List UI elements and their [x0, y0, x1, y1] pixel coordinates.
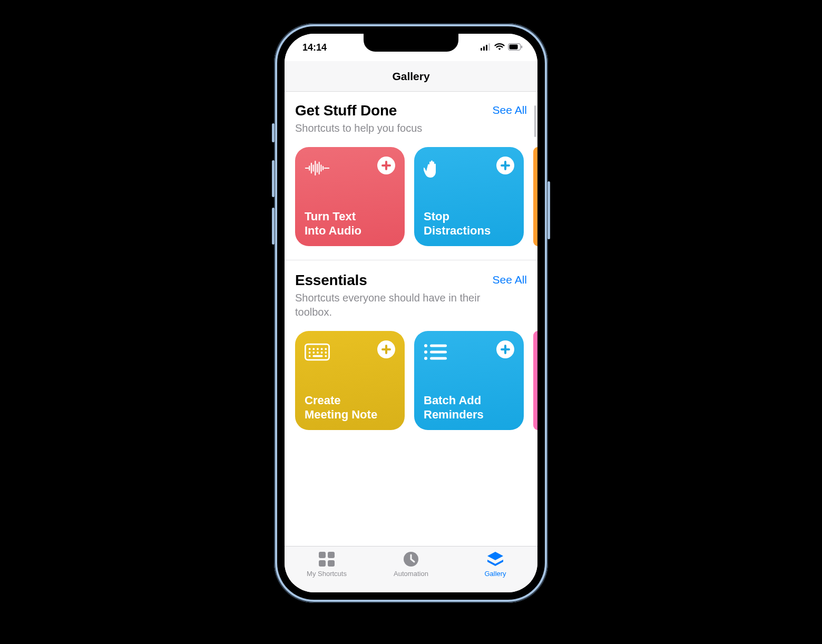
tab-automation[interactable]: Automation [369, 551, 453, 578]
card-row[interactable]: Turn Text Into Audio [295, 147, 527, 246]
cellular-icon [481, 42, 491, 53]
shortcut-card-stop-distractions[interactable]: Stop Distractions [414, 147, 524, 246]
svg-point-20 [325, 355, 327, 357]
clock-icon [402, 551, 420, 568]
see-all-link[interactable]: See All [493, 104, 527, 116]
section-subtitle: Shortcuts everyone should have in their … [295, 291, 486, 319]
svg-rect-3 [488, 43, 490, 51]
shortcut-card-label: Stop Distractions [424, 210, 514, 238]
section-title: Get Stuff Done [295, 102, 422, 119]
tab-bar: My Shortcuts Automation [285, 546, 537, 592]
svg-point-23 [424, 350, 427, 354]
svg-point-15 [317, 352, 319, 354]
device-notch [364, 34, 458, 52]
stack-icon [486, 551, 504, 568]
svg-point-14 [312, 352, 315, 354]
svg-point-13 [309, 352, 311, 354]
shortcut-card-label: Turn Text Into Audio [305, 210, 395, 238]
nav-header: Gallery [285, 61, 537, 92]
svg-rect-5 [510, 44, 518, 49]
keyboard-icon [305, 340, 330, 364]
power-button[interactable] [547, 181, 550, 239]
add-shortcut-button[interactable] [377, 340, 395, 358]
section-title: Essentials [295, 272, 486, 289]
scroll-indicator [534, 105, 536, 137]
see-all-link[interactable]: See All [493, 274, 527, 286]
svg-rect-24 [430, 351, 447, 354]
svg-point-9 [312, 348, 315, 350]
shortcut-card-turn-text-into-audio[interactable]: Turn Text Into Audio [295, 147, 405, 246]
svg-rect-26 [430, 357, 447, 360]
svg-rect-1 [483, 46, 485, 51]
shortcut-card-create-meeting-note[interactable]: Create Meeting Note [295, 331, 405, 430]
wifi-icon [494, 42, 505, 53]
volume-down-button[interactable] [272, 208, 275, 245]
list-icon [424, 340, 449, 364]
shortcut-card-batch-add-reminders[interactable]: Batch Add Reminders [414, 331, 524, 430]
add-shortcut-button[interactable] [496, 340, 514, 358]
add-shortcut-button[interactable] [496, 157, 514, 174]
svg-rect-28 [328, 552, 335, 558]
svg-point-11 [321, 348, 323, 350]
shortcut-card-label: Batch Add Reminders [424, 394, 514, 422]
svg-point-12 [325, 348, 327, 350]
svg-point-25 [424, 357, 427, 360]
add-shortcut-button[interactable] [377, 157, 395, 174]
silence-switch[interactable] [272, 123, 275, 142]
shortcut-card-label: Create Meeting Note [305, 394, 395, 422]
shortcut-card-peek[interactable] [533, 331, 537, 430]
svg-point-18 [309, 355, 311, 357]
device-frame: 14:14 [274, 23, 548, 603]
svg-rect-6 [521, 45, 522, 48]
hand-icon [424, 157, 449, 180]
gallery-content[interactable]: Get Stuff Done Shortcuts to help you foc… [285, 92, 537, 546]
card-row[interactable]: Create Meeting Note [295, 331, 527, 430]
tab-label: Gallery [484, 570, 506, 578]
svg-rect-2 [486, 45, 487, 51]
svg-rect-22 [430, 345, 447, 347]
svg-rect-27 [319, 552, 326, 558]
tab-label: My Shortcuts [307, 570, 347, 578]
nav-title: Gallery [392, 70, 429, 83]
shortcut-card-peek[interactable] [533, 147, 537, 246]
waveform-icon [305, 157, 330, 180]
svg-rect-0 [481, 48, 482, 51]
svg-rect-30 [328, 560, 335, 567]
svg-point-21 [424, 344, 427, 347]
section-subtitle: Shortcuts to help you focus [295, 121, 422, 135]
svg-point-17 [325, 352, 327, 354]
volume-up-button[interactable] [272, 160, 275, 197]
svg-rect-19 [312, 355, 322, 357]
grid-icon [318, 551, 336, 568]
tab-my-shortcuts[interactable]: My Shortcuts [285, 551, 369, 578]
svg-point-10 [317, 348, 319, 350]
status-time: 14:14 [302, 42, 327, 53]
tab-gallery[interactable]: Gallery [453, 551, 537, 578]
svg-point-8 [309, 348, 311, 350]
battery-icon [508, 42, 523, 53]
svg-point-16 [321, 352, 323, 354]
section-get-stuff-done: Get Stuff Done Shortcuts to help you foc… [285, 92, 537, 246]
section-essentials: Essentials Shortcuts everyone should hav… [285, 260, 537, 430]
svg-rect-29 [319, 560, 326, 567]
tab-label: Automation [394, 570, 428, 578]
